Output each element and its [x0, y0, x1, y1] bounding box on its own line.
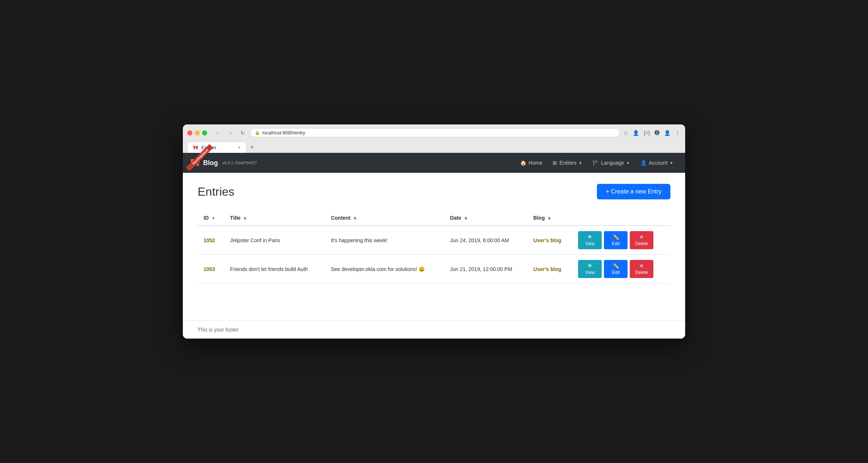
delete-x-icon: ✕	[639, 234, 644, 240]
row-1-edit-button[interactable]: ✏️ Edit	[604, 231, 628, 249]
tab-close-button[interactable]: ✕	[237, 145, 241, 150]
language-icon: 🏴	[592, 160, 599, 166]
col-title-label: Title	[230, 215, 241, 221]
table-header: ID ▼ Title ⇅ Content ⇅	[198, 210, 670, 226]
col-id-label: ID	[204, 215, 209, 221]
col-content-label: Content	[331, 215, 351, 221]
row-2-edit-button[interactable]: ✏️ Edit	[604, 260, 628, 278]
browser-controls: ← → ↻ 🔒 localhost:8080/entry ☆ 👤 {=} 🅘 👤…	[187, 128, 681, 137]
reload-button[interactable]: ↻	[238, 128, 247, 137]
col-blog[interactable]: Blog ⇅	[527, 210, 572, 226]
forward-button[interactable]: →	[226, 128, 235, 137]
language-caret-icon: ▼	[626, 161, 630, 165]
col-id[interactable]: ID ▼	[198, 210, 224, 226]
browser-actions: ☆ 👤 {=} 🅘 👤 ⋮	[623, 129, 681, 137]
home-icon: 🏠	[520, 160, 526, 166]
edit-pencil-icon: ✏️	[613, 234, 619, 240]
row-2-id: 1053	[198, 255, 224, 284]
nav-language-label: Language	[601, 160, 624, 166]
version-text: v0.0.1-SNAPSHOT	[222, 161, 257, 165]
col-content[interactable]: Content ⇅	[325, 210, 444, 226]
delete-label: Delete	[635, 241, 648, 246]
row-1-blog: User's blog	[527, 226, 572, 255]
extension-icon-2[interactable]: {=}	[643, 129, 651, 137]
blog-sort-icon: ⇅	[548, 216, 551, 220]
nav-home-label: Home	[529, 160, 542, 166]
col-actions	[572, 210, 670, 226]
table-row: 1053 Friends don't let friends build Aut…	[198, 255, 670, 284]
row-2-actions: 👁 View ✏️ Edit ✕ Delete	[572, 255, 670, 284]
nav-entities-label: Entities	[559, 160, 576, 166]
profile-icon[interactable]: 👤	[663, 129, 671, 137]
col-date-label: Date	[450, 215, 461, 221]
col-date[interactable]: Date ⇅	[444, 210, 527, 226]
create-entry-button[interactable]: + Create a new Entry	[597, 184, 670, 199]
active-tab[interactable]: 🎀 Entries ✕	[187, 142, 246, 153]
extension-icon-1[interactable]: 👤	[632, 129, 640, 137]
row-1-id: 1052	[198, 226, 224, 255]
title-sort-icon: ⇅	[243, 216, 246, 220]
row-1-delete-button[interactable]: ✕ Delete	[630, 231, 653, 249]
navbar: Development 🎀 Blog v0.0.1-SNAPSHOT 🏠 Hom…	[183, 153, 685, 173]
browser-window: ← → ↻ 🔒 localhost:8080/entry ☆ 👤 {=} 🅘 👤…	[183, 124, 685, 339]
maximize-button[interactable]	[202, 130, 207, 136]
nav-account[interactable]: 👤 Account ▼	[636, 157, 678, 169]
view-eye-icon: 👁	[587, 234, 592, 240]
table-container: ID ▼ Title ⇅ Content ⇅	[198, 210, 670, 284]
edit-label: Edit	[612, 241, 620, 246]
content-sort-icon: ⇅	[353, 216, 356, 220]
new-tab-button[interactable]: +	[246, 142, 258, 153]
security-icon: 🔒	[255, 130, 260, 135]
row-2-action-buttons: 👁 View ✏️ Edit ✕ Delete	[578, 260, 664, 278]
row-1-content: It's happening this week!	[325, 226, 444, 255]
edit-label: Edit	[612, 270, 620, 275]
close-button[interactable]	[187, 130, 192, 136]
view-label: View	[585, 270, 595, 275]
col-title[interactable]: Title ⇅	[224, 210, 325, 226]
view-label: View	[585, 241, 595, 246]
entries-table: ID ▼ Title ⇅ Content ⇅	[198, 210, 670, 284]
col-blog-label: Blog	[533, 215, 545, 221]
table-row: 1052 JHipster Conf in Paris It's happeni…	[198, 226, 670, 255]
row-2-date: Jun 21, 2019, 12:00:00 PM	[444, 255, 527, 284]
minimize-button[interactable]	[195, 130, 200, 136]
row-2-title: Friends don't let friends build Auth	[224, 255, 325, 284]
bookmark-icon[interactable]: ☆	[623, 129, 629, 137]
app-content: Development 🎀 Blog v0.0.1-SNAPSHOT 🏠 Hom…	[183, 153, 685, 339]
tab-favicon: 🎀	[193, 145, 198, 150]
nav-account-label: Account	[649, 160, 668, 166]
row-2-blog-link[interactable]: User's blog	[533, 266, 561, 272]
footer-text: This is your footer	[198, 327, 239, 333]
delete-label: Delete	[635, 270, 648, 275]
extension-icon-3[interactable]: 🅘	[654, 129, 660, 137]
entities-icon: ⊞	[553, 160, 557, 166]
address-bar[interactable]: 🔒 localhost:8080/entry	[250, 128, 620, 137]
nav-entities[interactable]: ⊞ Entities ▼	[548, 157, 587, 169]
row-2-blog: User's blog	[527, 255, 572, 284]
brand-name: Blog	[203, 159, 218, 167]
table-body: 1052 JHipster Conf in Paris It's happeni…	[198, 226, 670, 284]
edit-pencil-icon: ✏️	[613, 263, 619, 269]
id-sort-icon: ▼	[212, 216, 215, 220]
account-caret-icon: ▼	[670, 161, 673, 165]
app-footer: This is your footer	[183, 320, 685, 339]
row-1-view-button[interactable]: 👁 View	[578, 231, 602, 249]
menu-icon[interactable]: ⋮	[674, 129, 681, 137]
date-sort-icon: ⇅	[464, 216, 467, 220]
row-1-title: JHipster Conf in Paris	[224, 226, 325, 255]
nav-language[interactable]: 🏴 Language ▼	[588, 157, 634, 169]
navbar-nav: 🏠 Home ⊞ Entities ▼ 🏴 Language ▼ 👤 Accou…	[516, 157, 678, 169]
delete-x-icon: ✕	[639, 263, 644, 269]
browser-chrome: ← → ↻ 🔒 localhost:8080/entry ☆ 👤 {=} 🅘 👤…	[183, 124, 685, 153]
tab-bar: 🎀 Entries ✕ +	[187, 140, 681, 153]
page-header: Entries + Create a new Entry	[198, 184, 670, 199]
brand-link[interactable]: Development 🎀 Blog v0.0.1-SNAPSHOT	[190, 158, 257, 168]
row-2-delete-button[interactable]: ✕ Delete	[630, 260, 653, 278]
row-1-blog-link[interactable]: User's blog	[533, 237, 561, 243]
row-2-view-button[interactable]: 👁 View	[578, 260, 602, 278]
row-1-action-buttons: 👁 View ✏️ Edit ✕ Delete	[578, 231, 664, 249]
url-display: localhost:8080/entry	[262, 130, 305, 136]
back-button[interactable]: ←	[213, 128, 223, 137]
page-title: Entries	[198, 185, 235, 199]
nav-home[interactable]: 🏠 Home	[516, 157, 547, 169]
